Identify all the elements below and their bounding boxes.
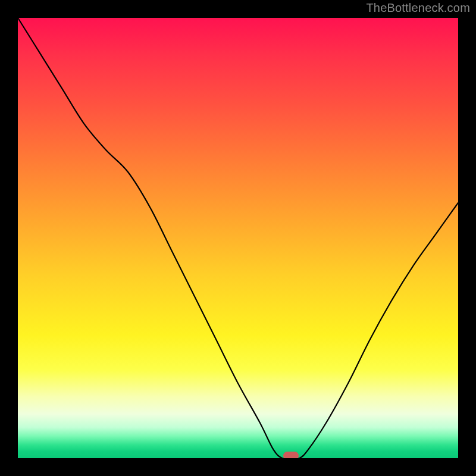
chart-frame: TheBottleneck.com — [0, 0, 476, 476]
plot-area — [18, 18, 458, 458]
optimal-point-marker — [283, 452, 299, 458]
attribution-text: TheBottleneck.com — [366, 1, 470, 15]
bottleneck-curve — [18, 18, 458, 458]
